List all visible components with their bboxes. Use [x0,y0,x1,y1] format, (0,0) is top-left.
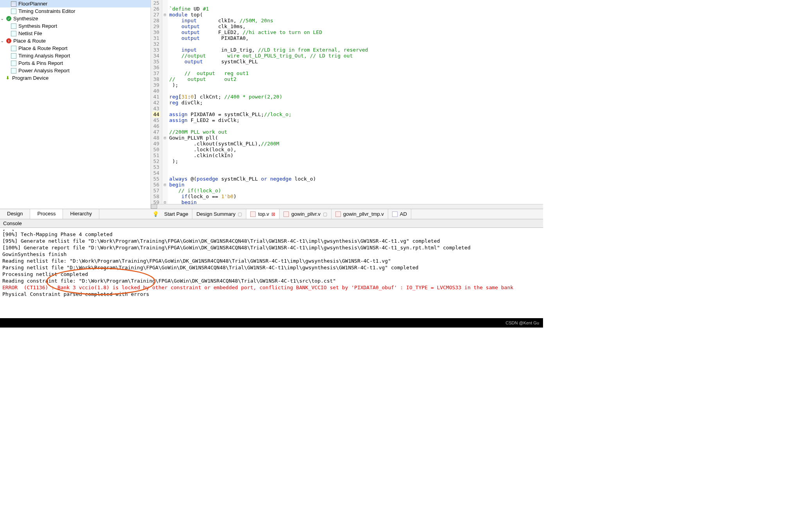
tab-design[interactable]: Design [0,209,30,219]
doc-icon [11,61,16,66]
fold-gutter[interactable]: ⊟⊟⊟⊟⊟ [162,0,168,204]
console-header[interactable]: Console [0,219,543,228]
doc-icon [11,23,16,29]
tree-synthesize[interactable]: ⌄ ✓ Synthesize [0,15,151,22]
status-error-icon: ! [6,38,11,43]
tree-place-route[interactable]: ⌄ ! Place & Route [0,37,151,45]
verilog-file-icon [335,211,341,217]
doc-icon [11,53,16,59]
tree-label: Place & Route [13,38,46,44]
tree-label: Synthesis Report [18,23,57,29]
tree-label: Netlist File [18,30,42,36]
watermark-footer: CSDN @Kent Gu [0,318,543,328]
doc-icon [11,68,16,73]
doc-icon [11,31,16,36]
file-icon [392,211,398,217]
etab-top-v[interactable]: top.v ⊠ [246,209,280,219]
line-number-gutter: 2526272829303132333435363738394041424344… [151,0,162,204]
etab-gowin-pllvr-tmp[interactable]: gowin_pllvr_tmp.v [332,209,388,219]
etab-gowin-pllvr[interactable]: gowin_pllvr.v ▢ [280,209,331,219]
editor-tab-bar: 💡 Start Page Design Summary ▢ top.v ⊠ go… [151,209,543,219]
etab-label: AD [400,211,407,217]
tree-label: Ports & Pins Report [18,60,63,66]
tree-program-device[interactable]: ⬇ Program Device [0,74,151,82]
tree-label: FloorPlanner [18,1,47,7]
close-icon[interactable]: ⊠ [271,211,275,217]
twisty-open-icon[interactable]: ⌄ [0,38,4,43]
tree-label: Place & Route Report [18,45,68,51]
tree-netlist-file[interactable]: Netlist File [0,30,151,37]
etab-design-summary[interactable]: Design Summary ▢ [192,209,246,219]
etab-label: Start Page [164,211,188,217]
tree-label: Power Analysis Report [18,68,70,73]
tab-process[interactable]: Process [30,209,63,219]
tree-label: Timing Constraints Editor [18,8,75,14]
code-editor[interactable]: 2526272829303132333435363738394041424344… [151,0,543,204]
left-nav-tabs: Design Process Hierarchy [0,209,151,219]
tree-label: Timing Analysis Report [18,53,70,59]
floorplanner-icon [11,1,16,7]
etab-label: top.v [258,211,269,217]
watermark-text: CSDN @Kent Gu [505,321,539,325]
tree-label: Synthesize [13,16,38,21]
close-icon[interactable]: ▢ [323,211,327,217]
verilog-file-icon [250,211,256,217]
download-icon: ⬇ [5,75,10,81]
tree-pr-report[interactable]: Place & Route Report [0,45,151,52]
code-body[interactable]: `define UD #1module top( input clkIn, //… [168,0,543,204]
close-icon[interactable]: ▢ [238,211,242,217]
tree-label: Program Device [12,75,48,81]
tree-timing-report[interactable]: Timing Analysis Report [0,52,151,59]
console-output[interactable]: [--] ---- ------- ----- - ---------[90%]… [0,228,543,318]
twisty-open-icon[interactable]: ⌄ [0,16,4,21]
process-tree-panel[interactable]: FloorPlanner Timing Constraints Editor ⌄… [0,0,151,209]
tree-ports-pins[interactable]: Ports & Pins Report [0,59,151,67]
etab-label: gowin_pllvr.v [291,211,320,217]
doc-icon [11,46,16,51]
etab-label: gowin_pllvr_tmp.v [343,211,384,217]
doc-icon [11,9,16,14]
tree-power-report[interactable]: Power Analysis Report [0,67,151,74]
bulb-icon[interactable]: 💡 [151,211,160,217]
verilog-file-icon [283,211,289,217]
etab-label: Design Summary [196,211,235,217]
hscroll-handle[interactable] [151,204,157,209]
tree-synth-report[interactable]: Synthesis Report [0,22,151,30]
tab-hierarchy[interactable]: Hierarchy [63,209,99,219]
tree-floorplanner[interactable]: FloorPlanner [0,0,151,7]
etab-start-page[interactable]: Start Page [160,209,192,219]
etab-ad[interactable]: AD [388,209,411,219]
tree-timing-constraints[interactable]: Timing Constraints Editor [0,7,151,15]
status-ok-icon: ✓ [6,16,11,21]
